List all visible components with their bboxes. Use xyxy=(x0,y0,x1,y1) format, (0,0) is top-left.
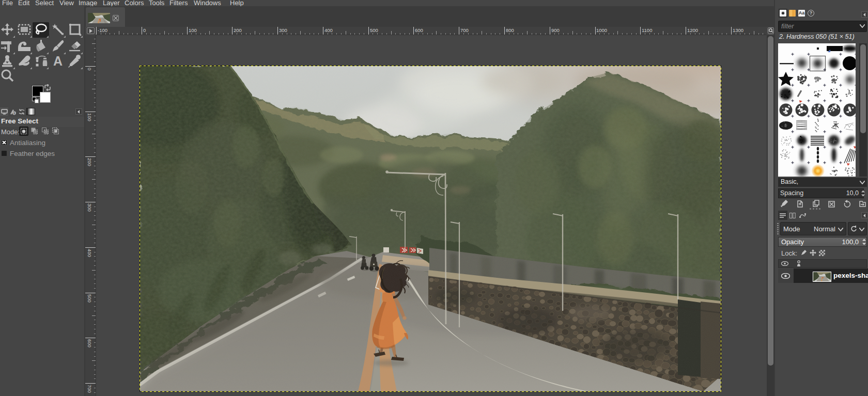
svg-text:i: i xyxy=(14,111,15,115)
svg-text:A: A xyxy=(53,54,63,68)
